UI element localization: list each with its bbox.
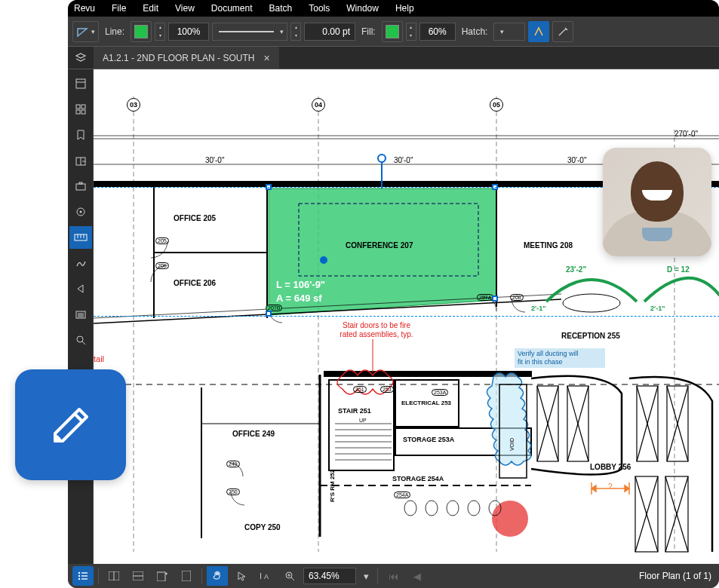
offset-spinner[interactable]: ▴▾	[290, 23, 301, 41]
midpoint-handle[interactable]	[320, 256, 327, 264]
menu-item-revu[interactable]: Revu	[74, 3, 95, 14]
drawing-canvas[interactable]: 03 04 05 30'-0" 30'-0" 30'-0" 30'-0" 270…	[94, 69, 719, 564]
svg-point-75	[492, 501, 528, 537]
measurement-length: L = 106'-9"	[276, 279, 325, 290]
line-width-input[interactable]	[168, 23, 209, 41]
menu-item-tools[interactable]: Tools	[309, 3, 330, 14]
measurement-area: A = 649 sf	[276, 292, 322, 304]
grid-mark-04: 04	[312, 98, 325, 112]
svg-point-88	[78, 578, 80, 580]
app-window: Revu File Edit View Document Batch Tools…	[68, 0, 719, 588]
hatch-label: Hatch:	[459, 26, 491, 37]
shape-tool-button[interactable]: ▾	[72, 21, 99, 42]
user-avatar	[603, 148, 711, 256]
room-stair-251: STAIR 251	[338, 407, 371, 415]
menu-item-file[interactable]: File	[112, 3, 126, 14]
line-width-spinner[interactable]: ▴▾	[155, 23, 165, 41]
zoom-level-input[interactable]: 63.45%	[303, 568, 356, 584]
svg-line-21	[82, 341, 85, 345]
panel-settings-icon[interactable]	[69, 201, 92, 223]
menu-item-edit[interactable]: Edit	[143, 3, 158, 14]
room-lobby-256: LOBBY 256	[590, 463, 631, 471]
panel-signatures-icon[interactable]	[69, 252, 92, 274]
door-253: 253	[380, 386, 394, 393]
dim-30-a: 30'-0"	[205, 156, 224, 164]
panel-spaces-icon[interactable]	[69, 149, 92, 172]
text-select-icon[interactable]: IA	[255, 566, 276, 586]
first-page-icon[interactable]: ⏮	[383, 566, 404, 586]
dim-arc-2a: 2'-1"	[531, 305, 545, 312]
rotate-handle[interactable]	[377, 154, 386, 163]
note-void: VOID	[509, 438, 515, 451]
tab-title: A1.2.1 - 2ND FLOOR PLAN - SOUTH	[103, 53, 254, 63]
line-color-swatch[interactable]	[131, 21, 152, 42]
prev-page-icon[interactable]: ◀	[407, 566, 428, 586]
hatch-dropdown[interactable]: ▾	[493, 23, 525, 41]
svg-text:A: A	[264, 573, 269, 580]
snap-button[interactable]	[528, 21, 549, 42]
panel-thumbnails-icon[interactable]	[69, 98, 92, 121]
menu-item-window[interactable]: Window	[346, 3, 379, 14]
zoom-dropdown-icon[interactable]: ▾	[359, 566, 373, 586]
view-single-icon[interactable]	[176, 566, 197, 586]
grid-mark-03: 03	[127, 98, 140, 112]
menu-item-document[interactable]: Document	[211, 3, 253, 14]
fill-opacity-input[interactable]	[419, 23, 456, 41]
svg-line-104	[75, 414, 82, 421]
pencil-icon	[45, 399, 97, 452]
layers-icon[interactable]	[68, 47, 94, 69]
document-tab[interactable]: A1.2.1 - 2ND FLOOR PLAN - SOUTH ×	[94, 47, 279, 69]
note-tail: tail	[94, 354, 104, 364]
room-office-249: OFFICE 249	[232, 430, 275, 438]
left-sidebar	[68, 69, 94, 564]
room-conference-207: CONFERENCE 207	[346, 241, 413, 250]
door-205: 205	[155, 237, 169, 244]
panel-properties-icon[interactable]	[69, 72, 92, 95]
door-249: 249	[226, 461, 240, 467]
svg-point-38	[563, 294, 620, 312]
door-254a: 254A	[394, 492, 410, 498]
note-question: ?	[608, 482, 613, 491]
svg-rect-97	[182, 571, 191, 581]
pencil-tile[interactable]	[15, 369, 126, 480]
door-251: 251	[353, 386, 367, 393]
panel-links-icon[interactable]	[69, 303, 92, 326]
select-tool-icon[interactable]	[231, 566, 252, 586]
tab-close-icon[interactable]: ×	[263, 52, 269, 64]
note-ducting: Verify all ducting will fit in this chas…	[515, 348, 605, 368]
fill-color-swatch[interactable]	[382, 21, 403, 42]
door-208: 208	[510, 294, 524, 301]
panel-measurements-icon[interactable]	[69, 226, 92, 249]
selection-handle[interactable]	[492, 296, 498, 302]
panel-back-icon[interactable]	[69, 277, 92, 300]
dim-30-b: 30'-0"	[394, 156, 413, 164]
view-split-v-icon[interactable]	[103, 566, 124, 586]
view-new-icon[interactable]	[152, 566, 173, 586]
zoom-tool-icon[interactable]	[279, 566, 300, 586]
svg-point-84	[78, 572, 80, 574]
panel-toolchest-icon[interactable]	[69, 175, 92, 198]
list-panel-toggle[interactable]	[72, 566, 94, 586]
panel-bookmarks-icon[interactable]	[69, 124, 92, 146]
panel-search-icon[interactable]	[69, 329, 92, 351]
fill-opacity-spinner[interactable]: ▴▾	[406, 23, 416, 41]
menu-item-batch[interactable]: Batch	[269, 3, 293, 14]
offset-input[interactable]	[304, 23, 355, 41]
svg-point-86	[78, 575, 80, 577]
bottom-toolbar: IA 63.45% ▾ ⏮ ◀ Floor Plan (1 of 1)	[68, 564, 719, 588]
svg-rect-9	[79, 182, 82, 184]
tab-bar: A1.2.1 - 2ND FLOOR PLAN - SOUTH ×	[68, 47, 719, 69]
svg-rect-4	[76, 110, 80, 114]
room-office-205: OFFICE 205	[174, 214, 216, 222]
room-copy-250: COPY 250	[244, 523, 281, 531]
dim-arc-23: 23'-2"	[566, 265, 586, 274]
pan-tool-icon[interactable]	[207, 566, 228, 586]
svg-rect-5	[81, 110, 85, 114]
menu-item-view[interactable]: View	[175, 3, 195, 14]
menu-item-help[interactable]: Help	[395, 3, 414, 14]
line-style-dropdown[interactable]: ▾	[212, 23, 287, 41]
dim-arc-2b: 2'-1"	[650, 305, 665, 312]
room-office-206: OFFICE 206	[174, 279, 216, 287]
view-split-h-icon[interactable]	[128, 566, 149, 586]
endpoint-button[interactable]	[552, 21, 573, 42]
